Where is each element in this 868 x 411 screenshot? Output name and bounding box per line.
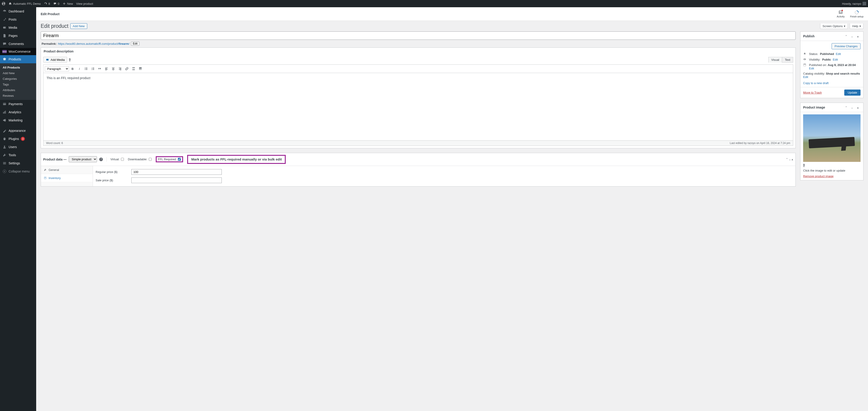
howdy-user[interactable]: Howdy, razoyo — [842, 2, 866, 5]
plus-icon — [63, 2, 66, 5]
align-left-button[interactable] — [103, 66, 110, 72]
comments[interactable]: 0 — [53, 2, 59, 5]
tab-inventory[interactable]: Inventory — [41, 174, 93, 182]
editor-content-area[interactable]: This is an FFL required product — [43, 73, 793, 140]
menu-woocommerce[interactable]: wooWooCommerce — [0, 48, 36, 55]
edit-date-link[interactable]: Edit — [809, 67, 814, 70]
finish-setup-button[interactable]: Finish setup — [850, 10, 864, 18]
product-title-input[interactable] — [41, 31, 796, 40]
menu-products[interactable]: Products — [0, 55, 36, 63]
regular-price-input[interactable] — [131, 169, 222, 175]
new-content[interactable]: New — [63, 2, 73, 5]
edit-permalink-button[interactable]: Edit — [131, 41, 140, 46]
sub-add-new[interactable]: Add New — [0, 70, 36, 76]
chevron-up-icon[interactable]: ⌃ — [786, 158, 788, 161]
add-media-button[interactable]: Add Media — [43, 57, 67, 63]
sub-tags[interactable]: Tags — [0, 82, 36, 87]
downloadable-checkbox[interactable] — [149, 158, 152, 161]
preview-changes-button[interactable]: Preview Changes — [832, 43, 861, 49]
chevron-down-icon: ▾ — [860, 24, 861, 28]
sub-all-products[interactable]: All Products — [0, 65, 36, 70]
update-button[interactable]: Update — [844, 90, 861, 96]
finish-setup-label: Finish setup — [850, 15, 864, 18]
edit-catalog-link[interactable]: Edit — [803, 75, 808, 79]
content-area: Edit Product Activity Finish setup Edit … — [36, 7, 868, 411]
menu-posts[interactable]: Posts — [0, 15, 36, 24]
svg-rect-49 — [139, 69, 140, 70]
add-new-button[interactable]: Add New — [70, 23, 87, 29]
remove-image-link[interactable]: Remove product image — [803, 175, 833, 178]
help-icon[interactable]: ? — [69, 58, 70, 62]
quote-button[interactable] — [96, 66, 103, 72]
updates[interactable]: 8 — [44, 2, 50, 5]
comments-count: 0 — [58, 2, 59, 5]
help-icon[interactable]: ? — [99, 158, 103, 161]
text-tab[interactable]: Text — [782, 57, 793, 63]
sub-attributes[interactable]: Attributes — [0, 87, 36, 93]
menu-plugins[interactable]: Plugins 3 — [0, 135, 36, 143]
screen-options-button[interactable]: Screen Options ▾ — [820, 24, 848, 29]
visual-tab[interactable]: Visual — [768, 57, 782, 63]
virtual-checkbox[interactable] — [121, 158, 124, 161]
menu-settings[interactable]: Settings — [0, 159, 36, 167]
bold-button[interactable]: B — [69, 66, 76, 72]
edit-visibility-link[interactable]: Edit — [833, 58, 838, 61]
chevron-down-icon[interactable]: ⌄ — [789, 158, 791, 161]
product-type-select[interactable]: Simple product — [69, 156, 97, 162]
menu-users[interactable]: Users — [0, 143, 36, 151]
product-image-preview[interactable] — [803, 115, 861, 162]
chevron-up-icon[interactable]: ⌃ — [843, 33, 849, 39]
sale-price-field: Sale price ($) — [96, 176, 793, 185]
copy-to-draft-link[interactable]: Copy to a new draft — [803, 82, 829, 85]
align-center-button[interactable] — [110, 66, 116, 72]
chevron-down-icon[interactable]: ⌄ — [849, 105, 855, 110]
menu-analytics[interactable]: Analytics — [0, 108, 36, 116]
menu-collapse[interactable]: Collapse menu — [0, 167, 36, 176]
readmore-button[interactable] — [130, 66, 137, 72]
sub-categories[interactable]: Categories — [0, 76, 36, 82]
move-to-trash-link[interactable]: Move to Trash — [803, 91, 822, 94]
help-icon[interactable]: ? — [803, 164, 805, 167]
caret-up-icon[interactable]: ▴ — [855, 105, 861, 110]
permalink-link[interactable]: https://woo80.demos.automaticffl.com/pro… — [58, 42, 129, 45]
paragraph-select[interactable]: Paragraph — [45, 66, 69, 71]
bullet-list-button[interactable] — [83, 66, 89, 72]
ffl-required-checkbox[interactable] — [178, 158, 181, 161]
downloadable-option[interactable]: Downloadable: — [128, 158, 152, 161]
virtual-option[interactable]: Virtual: — [110, 158, 124, 161]
sub-reviews[interactable]: Reviews — [0, 93, 36, 99]
menu-media[interactable]: Media — [0, 24, 36, 32]
ffl-required-option[interactable]: FFL Required: — [158, 158, 181, 161]
menu-payments[interactable]: Payments — [0, 100, 36, 108]
site-name[interactable]: Automatic FFL Demo — [8, 2, 41, 5]
edit-status-link[interactable]: Edit — [836, 52, 841, 56]
menu-pages[interactable]: Pages — [0, 32, 36, 40]
sale-price-input[interactable] — [131, 178, 222, 183]
menu-marketing[interactable]: Marketing — [0, 116, 36, 124]
menu-label: Tools — [8, 153, 16, 157]
chevron-down-icon[interactable]: ⌄ — [849, 33, 855, 39]
svg-point-19 — [85, 68, 85, 69]
number-list-button[interactable]: 123 — [90, 66, 96, 72]
add-media-label: Add Media — [51, 58, 65, 62]
chevron-up-icon[interactable]: ⌃ — [843, 105, 849, 110]
link-button[interactable] — [124, 66, 130, 72]
activity-button[interactable]: Activity — [837, 10, 845, 18]
menu-appearance[interactable]: Appearance — [0, 127, 36, 135]
wp-logo[interactable] — [2, 2, 5, 5]
menu-dashboard[interactable]: Dashboard — [0, 7, 36, 15]
svg-rect-41 — [132, 67, 135, 68]
caret-up-icon[interactable]: ▴ — [855, 33, 861, 39]
toolbar-toggle-button[interactable] — [137, 66, 144, 72]
view-product[interactable]: View product — [76, 2, 93, 5]
analytics-icon — [2, 110, 7, 115]
caret-up-icon[interactable]: ▴ — [792, 158, 793, 161]
help-button[interactable]: Help ▾ — [850, 24, 864, 29]
italic-button[interactable]: I — [76, 66, 83, 72]
tab-general[interactable]: General — [41, 166, 93, 174]
align-right-button[interactable] — [117, 66, 123, 72]
menu-tools[interactable]: Tools — [0, 151, 36, 159]
menu-comments[interactable]: Comments — [0, 40, 36, 48]
status-value: Published — [820, 52, 834, 56]
sale-price-label: Sale price ($) — [96, 179, 129, 182]
